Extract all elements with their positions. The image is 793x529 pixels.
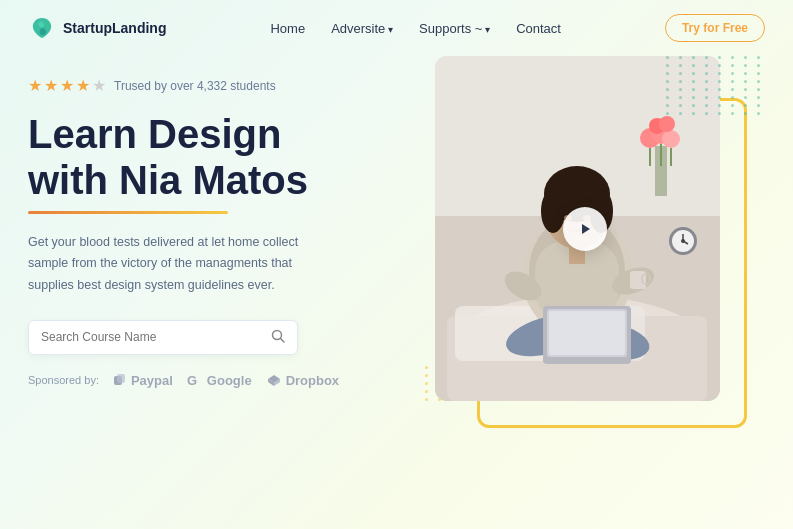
headline-underline [28, 211, 228, 214]
star-2: ★ [44, 76, 58, 95]
nav-adversite[interactable]: Adversite [331, 19, 393, 37]
svg-text:G: G [187, 373, 197, 387]
search-icon [271, 329, 285, 343]
star-4: ★ [76, 76, 90, 95]
sponsors-area: Sponsored by: Paypal G Google [28, 373, 405, 388]
svg-rect-3 [117, 374, 125, 383]
svg-point-43 [541, 189, 565, 233]
svg-point-20 [659, 116, 675, 132]
navbar: StartupLanding Home Adversite Supports ~… [0, 0, 793, 56]
nav-contact[interactable]: Contact [516, 19, 561, 37]
headline-line1: Learn Design [28, 112, 281, 156]
logo[interactable]: StartupLanding [28, 14, 166, 42]
nav-home-link[interactable]: Home [270, 21, 305, 36]
svg-rect-36 [630, 271, 646, 289]
trust-area: ★ ★ ★ ★ ★ Trused by over 4,332 students [28, 76, 405, 95]
hero-description: Get your blood tests delivered at let ho… [28, 232, 318, 296]
star-5: ★ [92, 76, 106, 95]
dropbox-icon [266, 373, 282, 387]
dropbox-label: Dropbox [286, 373, 339, 388]
brand-name: StartupLanding [63, 20, 166, 36]
sponsor-google: G Google [187, 373, 252, 388]
nav-home[interactable]: Home [270, 19, 305, 37]
svg-rect-40 [549, 311, 625, 355]
sponsor-dropbox: Dropbox [266, 373, 339, 388]
star-rating: ★ ★ ★ ★ ★ [28, 76, 106, 95]
star-3: ★ [60, 76, 74, 95]
headline: Learn Design with Nia Matos [28, 111, 405, 203]
search-input[interactable] [41, 330, 271, 344]
paypal-icon [113, 373, 127, 387]
main-content: ★ ★ ★ ★ ★ Trused by over 4,332 students … [0, 56, 793, 416]
play-button[interactable] [563, 207, 607, 251]
logo-icon [28, 14, 56, 42]
sponsor-paypal: Paypal [113, 373, 173, 388]
svg-point-18 [662, 130, 680, 148]
search-box[interactable] [28, 320, 298, 355]
headline-line2: with Nia Matos [28, 158, 308, 202]
google-label: Google [207, 373, 252, 388]
google-icon: G [187, 373, 203, 387]
dots-top-right [666, 56, 765, 115]
trust-badge: Trused by over 4,332 students [114, 79, 276, 93]
nav-supports-link[interactable]: Supports ~ [419, 21, 490, 36]
paypal-label: Paypal [131, 373, 173, 388]
hero-right [425, 56, 765, 416]
svg-marker-48 [582, 224, 590, 234]
nav-links: Home Adversite Supports ~ Contact [270, 19, 561, 37]
svg-line-1 [281, 338, 285, 342]
nav-adversite-link[interactable]: Adversite [331, 21, 393, 36]
try-free-button[interactable]: Try for Free [665, 14, 765, 42]
sponsor-label: Sponsored by: [28, 374, 99, 386]
star-1: ★ [28, 76, 42, 95]
play-icon [578, 222, 592, 236]
hero-left: ★ ★ ★ ★ ★ Trused by over 4,332 students … [28, 66, 425, 388]
nav-contact-link[interactable]: Contact [516, 21, 561, 36]
search-button[interactable] [271, 329, 285, 346]
nav-supports[interactable]: Supports ~ [419, 19, 490, 37]
